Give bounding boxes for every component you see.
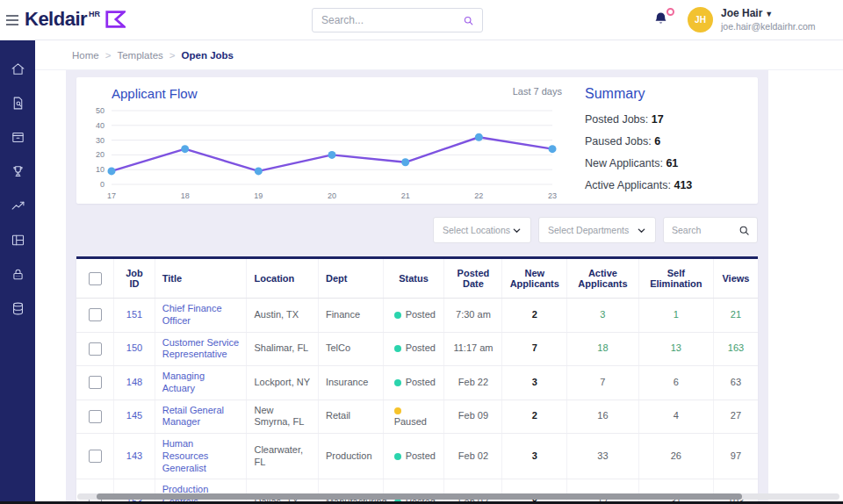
sidebar-item-security[interactable] xyxy=(0,267,35,283)
locations-select[interactable]: Select Locations xyxy=(433,217,531,243)
summary-panel: Summary Posted Jobs: 17 Paused Jobs: 6 N… xyxy=(567,86,746,198)
job-title-link[interactable]: Customer Service Representative xyxy=(162,337,239,360)
summary-paused-jobs: Paused Jobs: 6 xyxy=(585,131,746,153)
active-applicants-cell: 16 xyxy=(567,400,638,434)
new-applicants-cell: 3 xyxy=(502,434,567,479)
chevron-down-icon xyxy=(637,226,646,235)
notifications-button[interactable] xyxy=(653,11,673,30)
job-id-link[interactable]: 148 xyxy=(126,377,142,387)
avatar: JH xyxy=(688,7,713,32)
sidebar-item-reports[interactable] xyxy=(0,198,35,214)
table-filters: Select Locations Select Departments xyxy=(76,217,758,243)
status-dot xyxy=(394,312,401,319)
row-checkbox[interactable] xyxy=(89,410,102,423)
row-checkbox[interactable] xyxy=(89,308,102,321)
open-jobs-table: Job IDTitleLocationDeptStatusPosted Date… xyxy=(76,259,758,504)
sidebar-item-awards[interactable] xyxy=(0,164,35,180)
breadcrumb-separator: > xyxy=(105,50,112,61)
job-title-cell: Chief Finance Officer xyxy=(155,299,247,333)
column-header: Location xyxy=(247,259,318,299)
sidebar-item-home[interactable] xyxy=(0,61,35,77)
job-title-cell: Human Resources Generalist xyxy=(155,434,247,479)
column-header: Posted Date xyxy=(444,259,502,299)
job-title-cell: Managing Actuary xyxy=(155,366,247,400)
summary-title: Summary xyxy=(585,86,746,102)
job-title-link[interactable]: Chief Finance Officer xyxy=(162,303,222,326)
job-title-link[interactable]: Human Resources Generalist xyxy=(162,438,209,473)
horizontal-scrollbar-thumb[interactable] xyxy=(97,493,742,500)
departments-select[interactable]: Select Departments xyxy=(538,217,656,243)
app-logo[interactable]: Keldair HR xyxy=(25,8,126,31)
self-elimination-cell: 31 xyxy=(638,479,713,504)
svg-text:21: 21 xyxy=(401,191,410,200)
flag-logo-icon xyxy=(104,10,126,29)
search-icon[interactable] xyxy=(739,225,750,236)
job-id-cell: 145 xyxy=(114,400,155,434)
views-cell: 97 xyxy=(713,434,758,479)
menu-icon[interactable] xyxy=(6,15,18,28)
location-cell: Shalimar, FL xyxy=(247,332,318,366)
posted-date-cell: 7:30 am xyxy=(444,299,502,333)
breadcrumb-separator: > xyxy=(169,50,176,61)
job-title-link[interactable]: Managing Actuary xyxy=(162,371,205,393)
archive-icon xyxy=(11,130,25,145)
dept-cell: TelCo xyxy=(318,332,383,366)
svg-text:40: 40 xyxy=(96,121,104,130)
table-search-input[interactable] xyxy=(664,225,739,235)
status-cell: Posted xyxy=(383,479,444,504)
active-applicants-cell: 33 xyxy=(567,434,638,479)
job-title-cell: Customer Service Representative xyxy=(155,332,247,366)
column-header: Active Applicants xyxy=(567,259,638,299)
status-cell: Posted xyxy=(383,434,444,479)
views-cell: 21 xyxy=(713,299,758,333)
breadcrumb-templates[interactable]: Templates xyxy=(117,50,162,61)
job-id-link[interactable]: 145 xyxy=(126,410,142,421)
brand-suffix: HR xyxy=(89,10,100,18)
sidebar-item-database[interactable] xyxy=(0,301,35,317)
sidebar-item-job-search[interactable] xyxy=(0,96,35,112)
user-menu[interactable]: JH Joe Hair▼ joe.hair@keldairhr.com xyxy=(688,7,816,32)
self-elimination-cell: 13 xyxy=(638,332,713,366)
sidebar-item-boards[interactable] xyxy=(0,233,35,248)
row-checkbox-cell xyxy=(76,479,114,504)
search-icon[interactable] xyxy=(463,14,474,27)
lock-icon xyxy=(11,267,25,282)
dept-cell: Insurance xyxy=(318,366,383,400)
select-all-checkbox[interactable] xyxy=(89,272,102,285)
horizontal-scrollbar-track[interactable] xyxy=(77,493,839,500)
svg-text:22: 22 xyxy=(474,191,483,200)
breadcrumb-home[interactable]: Home xyxy=(72,50,99,61)
column-header: New Applicants xyxy=(502,259,567,299)
row-checkbox[interactable] xyxy=(89,376,102,389)
self-elimination-cell: 26 xyxy=(638,434,713,479)
row-checkbox[interactable] xyxy=(89,342,102,356)
location-cell: Austin, TX xyxy=(247,299,318,333)
trophy-icon xyxy=(11,164,25,179)
global-search xyxy=(312,8,483,32)
brand-name: Keldair xyxy=(25,8,87,31)
jobs-table-head-row: Job IDTitleLocationDeptStatusPosted Date… xyxy=(76,259,758,299)
jobs-table-body: 151Chief Finance OfficerAustin, TXFinanc… xyxy=(76,299,758,504)
job-id-link[interactable]: 151 xyxy=(126,309,142,320)
sidebar-item-archive[interactable] xyxy=(0,130,35,146)
dept-cell: Retail xyxy=(318,400,383,434)
new-applicants-cell: 2 xyxy=(502,299,567,333)
self-elimination-cell: 6 xyxy=(638,366,713,400)
status-cell: Paused xyxy=(383,400,444,434)
row-checkbox[interactable] xyxy=(89,450,102,463)
table-search xyxy=(663,217,758,243)
svg-text:20: 20 xyxy=(328,191,336,200)
status-dot xyxy=(394,345,401,352)
home-icon xyxy=(11,61,25,76)
svg-text:17: 17 xyxy=(107,191,116,200)
column-header: Job ID xyxy=(114,259,155,299)
job-id-cell: 151 xyxy=(114,299,155,333)
job-id-link[interactable]: 150 xyxy=(126,342,142,353)
top-bar: Keldair HR JH Joe Hair▼ joe.hair@keldair… xyxy=(0,0,843,40)
svg-text:18: 18 xyxy=(181,191,190,200)
global-search-input[interactable] xyxy=(313,14,463,26)
job-title-link[interactable]: Retail General Manager xyxy=(162,405,224,428)
job-id-link[interactable]: 143 xyxy=(126,450,142,461)
job-id-cell: 153 xyxy=(114,479,155,504)
posted-date-cell: Feb 09 xyxy=(444,400,502,434)
